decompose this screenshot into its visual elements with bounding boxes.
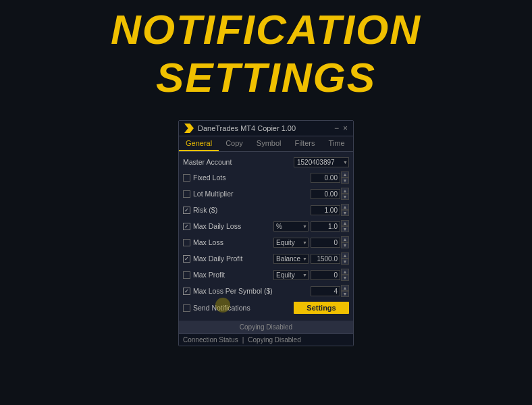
max-daily-loss-row: Max Daily Loss % Fixed Equity Balance ▼ … <box>183 218 349 234</box>
nav-tabs: General Copy Symbol Filters Time <box>179 136 353 152</box>
close-button[interactable]: × <box>343 124 348 132</box>
max-daily-profit-up[interactable]: ▲ <box>341 252 349 259</box>
risk-row: Risk ($) ▲ ▼ <box>183 202 349 218</box>
risk-down[interactable]: ▼ <box>341 210 349 216</box>
max-loss-per-symbol-down[interactable]: ▼ <box>341 291 349 297</box>
max-loss-spinner: ▲ ▼ <box>341 236 349 248</box>
max-daily-profit-dropdown[interactable]: Balance Equity Fixed <box>273 254 309 264</box>
risk-controls: ▲ ▼ <box>311 204 349 216</box>
max-daily-loss-up[interactable]: ▲ <box>341 220 349 226</box>
max-daily-profit-controls: Balance Equity Fixed ▼ ▲ ▼ <box>273 252 349 265</box>
max-daily-profit-row: Max Daily Profit Balance Equity Fixed ▼ … <box>183 250 349 267</box>
max-loss-per-symbol-input[interactable] <box>311 286 340 296</box>
lot-multiplier-row: Lot Multiplier ▲ ▼ <box>183 186 349 202</box>
master-account-row: Master Account 1520403897 ▼ <box>183 155 349 169</box>
max-loss-checkbox[interactable] <box>183 239 190 246</box>
max-daily-loss-input[interactable] <box>311 221 340 232</box>
max-profit-down[interactable]: ▼ <box>341 275 349 281</box>
title-bar: DaneTrades MT4 Copier 1.00 − × <box>179 121 353 136</box>
max-profit-spinner: ▲ ▼ <box>341 269 349 281</box>
max-daily-profit-spinner: ▲ ▼ <box>341 252 349 265</box>
lot-multiplier-input[interactable] <box>311 189 340 199</box>
content-area: Master Account 1520403897 ▼ Fixed Lots ▲ <box>179 152 353 319</box>
page-title: NOTIFICATION SETTINGS <box>0 5 532 101</box>
lot-multiplier-checkbox[interactable] <box>183 190 190 198</box>
max-daily-profit-input-wrapper: ▲ ▼ <box>311 252 349 265</box>
app-window: DaneTrades MT4 Copier 1.00 − × General C… <box>178 120 354 346</box>
max-loss-per-symbol-spinner: ▲ ▼ <box>341 285 349 297</box>
tab-time[interactable]: Time <box>321 136 351 151</box>
title-bar-left: DaneTrades MT4 Copier 1.00 <box>184 124 296 133</box>
fixed-lots-controls: ▲ ▼ <box>311 171 349 184</box>
max-daily-profit-checkbox[interactable] <box>183 255 190 263</box>
master-account-label: Master Account <box>183 158 294 166</box>
max-loss-per-symbol-row: Max Loss Per Symbol ($) ▲ ▼ <box>183 283 349 299</box>
max-daily-profit-label: Max Daily Profit <box>183 254 273 263</box>
max-daily-profit-dropdown-wrapper: Balance Equity Fixed ▼ <box>273 254 309 264</box>
title-bar-controls: − × <box>334 124 348 132</box>
master-account-wrapper: 1520403897 ▼ <box>294 157 349 167</box>
send-notifications-label: Send Notifications <box>183 304 294 312</box>
lot-multiplier-up[interactable]: ▲ <box>341 188 349 194</box>
risk-up[interactable]: ▲ <box>341 204 349 210</box>
max-loss-input[interactable] <box>311 238 340 248</box>
max-profit-input[interactable] <box>311 270 340 280</box>
max-profit-up[interactable]: ▲ <box>341 269 349 275</box>
copying-status: Copying Disabled <box>248 336 300 344</box>
minimize-button[interactable]: − <box>334 124 339 132</box>
send-notifications-checkbox[interactable] <box>183 304 190 312</box>
settings-button[interactable]: Settings <box>294 302 349 314</box>
max-daily-loss-checkbox[interactable] <box>183 223 190 230</box>
max-daily-loss-down[interactable]: ▼ <box>341 226 349 232</box>
max-daily-loss-dropdown[interactable]: % Fixed Equity Balance <box>273 221 309 232</box>
fixed-lots-spinner: ▲ ▼ <box>341 171 349 184</box>
max-loss-down[interactable]: ▼ <box>341 242 349 248</box>
max-loss-dropdown[interactable]: Equity Balance Fixed <box>273 238 309 248</box>
max-profit-label: Max Profit <box>183 271 273 279</box>
app-icon <box>184 124 194 133</box>
max-daily-loss-label: Max Daily Loss <box>183 222 273 230</box>
max-daily-profit-input[interactable] <box>311 254 340 264</box>
max-loss-per-symbol-input-wrapper: ▲ ▼ <box>311 285 349 297</box>
connection-status: Connection Status <box>183 336 238 344</box>
lot-multiplier-input-wrapper: ▲ ▼ <box>311 188 349 200</box>
fixed-lots-row: Fixed Lots ▲ ▼ <box>183 169 349 186</box>
max-profit-controls: Equity Balance Fixed ▼ ▲ ▼ <box>273 269 349 281</box>
max-profit-dropdown[interactable]: Equity Balance Fixed <box>273 270 309 280</box>
tab-copy[interactable]: Copy <box>219 136 250 151</box>
max-loss-per-symbol-checkbox[interactable] <box>183 288 190 295</box>
max-daily-loss-input-wrapper: ▲ ▼ <box>311 220 349 232</box>
master-account-select[interactable]: 1520403897 <box>294 157 349 167</box>
tab-symbol[interactable]: Symbol <box>250 136 288 151</box>
fixed-lots-down[interactable]: ▼ <box>341 178 349 184</box>
max-loss-per-symbol-label: Max Loss Per Symbol ($) <box>183 287 311 295</box>
max-loss-row: Max Loss Equity Balance Fixed ▼ ▲ ▼ <box>183 234 349 250</box>
risk-checkbox[interactable] <box>183 207 190 214</box>
status-bar: Connection Status | Copying Disabled <box>179 333 353 346</box>
copying-disabled-bar: Copying Disabled <box>179 321 353 333</box>
risk-label: Risk ($) <box>183 206 311 214</box>
max-daily-profit-down[interactable]: ▼ <box>341 259 349 265</box>
fixed-lots-input[interactable] <box>311 173 340 183</box>
max-loss-up[interactable]: ▲ <box>341 236 349 242</box>
max-loss-per-symbol-controls: ▲ ▼ <box>311 285 349 297</box>
fixed-lots-input-wrapper: ▲ ▼ <box>311 171 349 184</box>
lot-multiplier-label: Lot Multiplier <box>183 190 311 198</box>
max-daily-loss-dropdown-wrapper: % Fixed Equity Balance ▼ <box>273 221 309 232</box>
max-profit-input-wrapper: ▲ ▼ <box>311 269 349 281</box>
max-loss-per-symbol-up[interactable]: ▲ <box>341 285 349 291</box>
tab-general[interactable]: General <box>179 136 219 151</box>
max-daily-loss-spinner: ▲ ▼ <box>341 220 349 232</box>
risk-input[interactable] <box>311 205 340 215</box>
lot-multiplier-controls: ▲ ▼ <box>311 188 349 200</box>
fixed-lots-checkbox[interactable] <box>183 174 190 182</box>
fixed-lots-up[interactable]: ▲ <box>341 171 349 178</box>
tab-filters[interactable]: Filters <box>288 136 322 151</box>
fixed-lots-label: Fixed Lots <box>183 173 311 182</box>
status-separator: | <box>242 336 244 344</box>
lot-multiplier-down[interactable]: ▼ <box>341 194 349 200</box>
max-profit-checkbox[interactable] <box>183 271 190 279</box>
page-header: NOTIFICATION SETTINGS <box>0 0 532 101</box>
risk-spinner: ▲ ▼ <box>341 204 349 216</box>
lot-multiplier-spinner: ▲ ▼ <box>341 188 349 200</box>
